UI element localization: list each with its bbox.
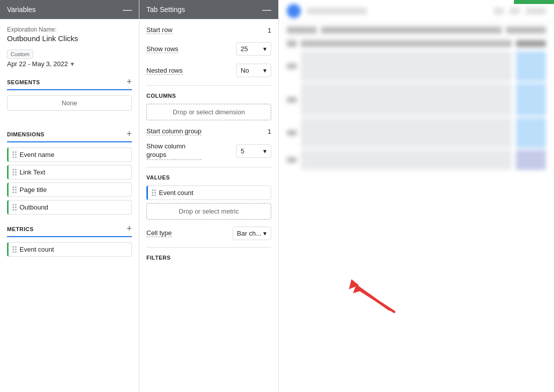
filters-divider <box>146 247 271 248</box>
columns-divider <box>146 85 271 86</box>
data-header <box>279 0 554 23</box>
table-row <box>287 118 546 148</box>
nested-rows-chevron-icon: ▾ <box>263 67 267 74</box>
cell-type-value: Bar ch... <box>237 230 261 237</box>
date-range-chevron-icon: ▾ <box>71 60 74 68</box>
show-rows-select[interactable]: 25 ▾ <box>236 42 271 56</box>
exploration-name-label: Exploration Name: <box>7 26 132 33</box>
nested-rows-select[interactable]: No ▾ <box>236 64 271 77</box>
segments-title: SEGMENTS <box>7 79 40 85</box>
settings-minimize-icon[interactable]: — <box>262 5 271 14</box>
start-column-group-row: Start column group 1 <box>146 127 271 135</box>
start-row-row: Start row 1 <box>146 26 271 34</box>
dimensions-title: DIMENSIONS <box>7 131 45 137</box>
row-data-4 <box>301 150 512 170</box>
metrics-header: METRICS + <box>7 224 132 237</box>
start-column-group-label: Start column group <box>146 127 202 135</box>
table-header-row <box>287 27 546 37</box>
row-num-3 <box>287 130 297 136</box>
variables-minimize-icon[interactable]: — <box>123 5 132 14</box>
table-row <box>287 83 546 116</box>
metrics-title: METRICS <box>7 226 34 232</box>
segments-add-icon[interactable]: + <box>126 77 132 87</box>
date-range-selector[interactable]: Apr 22 - May 3, 2022 ▾ <box>7 60 132 68</box>
drag-handle-icon <box>13 151 17 158</box>
row-num-2 <box>287 97 297 103</box>
row-val-1 <box>516 51 546 81</box>
drag-handle-icon <box>152 189 156 196</box>
show-column-groups-chevron-icon: ▾ <box>263 147 267 155</box>
start-row-value: 1 <box>268 27 271 34</box>
svg-line-2 <box>359 289 394 312</box>
dimension-label-page-title: Page title <box>20 186 47 193</box>
date-range-wrapper: Custom Apr 22 - May 3, 2022 ▾ <box>7 50 132 68</box>
svg-marker-1 <box>349 279 359 289</box>
drag-handle-icon <box>13 169 17 175</box>
drop-dimension-button[interactable]: Drop or select dimension <box>146 104 271 120</box>
col-header-1 <box>287 27 317 34</box>
header-title-placeholder <box>307 8 367 15</box>
metrics-section: METRICS + Event count <box>7 224 132 257</box>
variables-panel-header: Variables — <box>0 0 139 19</box>
row-data-3 <box>301 118 512 148</box>
data-table <box>279 23 554 176</box>
cell-type-row: Cell type Bar ch... ▾ <box>146 227 271 240</box>
nested-rows-row: Nested rows No ▾ <box>146 64 271 77</box>
drag-handle-icon <box>13 186 17 193</box>
metric-item-event-count[interactable]: Event count <box>7 242 132 257</box>
dimensions-header: DIMENSIONS + <box>7 129 132 142</box>
header-btn2-placeholder <box>510 8 520 15</box>
show-column-groups-select[interactable]: 5 ▾ <box>236 144 271 158</box>
settings-panel-body: Start row 1 Show rows 25 ▾ Nested rows N… <box>139 19 278 273</box>
values-section-title: VALUES <box>146 174 271 180</box>
segment-none-button[interactable]: None <box>7 95 132 111</box>
dimension-label-outbound: Outbound <box>20 204 48 211</box>
row-data-1 <box>301 51 512 81</box>
totals-value <box>516 40 546 47</box>
values-divider <box>146 167 271 167</box>
drop-metric-button[interactable]: Drop or select metric <box>146 203 271 220</box>
dimension-item-link-text[interactable]: Link Text <box>7 165 132 179</box>
date-range-text: Apr 22 - May 3, 2022 <box>7 60 68 68</box>
dimension-item-outbound[interactable]: Outbound <box>7 200 132 215</box>
show-rows-row: Show rows 25 ▾ <box>146 42 271 56</box>
date-range-custom-label: Custom <box>7 50 33 59</box>
drag-handle-icon <box>13 246 17 253</box>
show-column-groups-row: Show column groups 5 ▾ <box>146 142 271 160</box>
row-val-4 <box>516 150 546 170</box>
cell-type-select[interactable]: Bar ch... ▾ <box>233 227 271 240</box>
row-val-2 <box>516 83 546 116</box>
value-label-event-count: Event count <box>159 189 194 197</box>
row-val-3 <box>516 118 546 148</box>
header-btn3-placeholder <box>526 8 546 15</box>
metrics-add-icon[interactable]: + <box>126 224 132 234</box>
show-rows-label: Show rows <box>146 45 178 53</box>
show-rows-chevron-icon: ▾ <box>263 45 267 53</box>
col-header-3 <box>506 27 546 34</box>
show-column-groups-value: 5 <box>241 147 244 155</box>
table-row <box>287 150 546 170</box>
row-num-1 <box>287 63 297 69</box>
svg-line-0 <box>354 284 389 309</box>
variables-title: Variables <box>7 6 36 14</box>
dimension-item-event-name[interactable]: Event name <box>7 147 132 162</box>
segments-section: SEGMENTS + None <box>7 77 132 120</box>
value-item-event-count[interactable]: Event count <box>146 185 271 200</box>
show-rows-value: 25 <box>241 45 248 53</box>
col-header-2 <box>321 27 502 34</box>
drag-handle-icon <box>13 204 17 211</box>
svg-marker-3 <box>353 284 363 293</box>
dimensions-add-icon[interactable]: + <box>126 129 132 139</box>
dimensions-section: DIMENSIONS + Event name <box>7 129 132 215</box>
avatar <box>287 4 301 18</box>
start-column-group-value: 1 <box>268 128 271 135</box>
nested-rows-value: No <box>241 67 249 74</box>
row-data-2 <box>301 83 512 116</box>
settings-panel-header: Tab Settings — <box>139 0 278 19</box>
dimension-item-page-title[interactable]: Page title <box>7 182 132 197</box>
show-column-groups-label: Show column groups <box>146 142 202 160</box>
nested-rows-label: Nested rows <box>146 67 182 75</box>
dimension-label-event-name: Event name <box>20 151 54 158</box>
header-btn1-placeholder <box>494 8 504 15</box>
segments-header: SEGMENTS + <box>7 77 132 90</box>
